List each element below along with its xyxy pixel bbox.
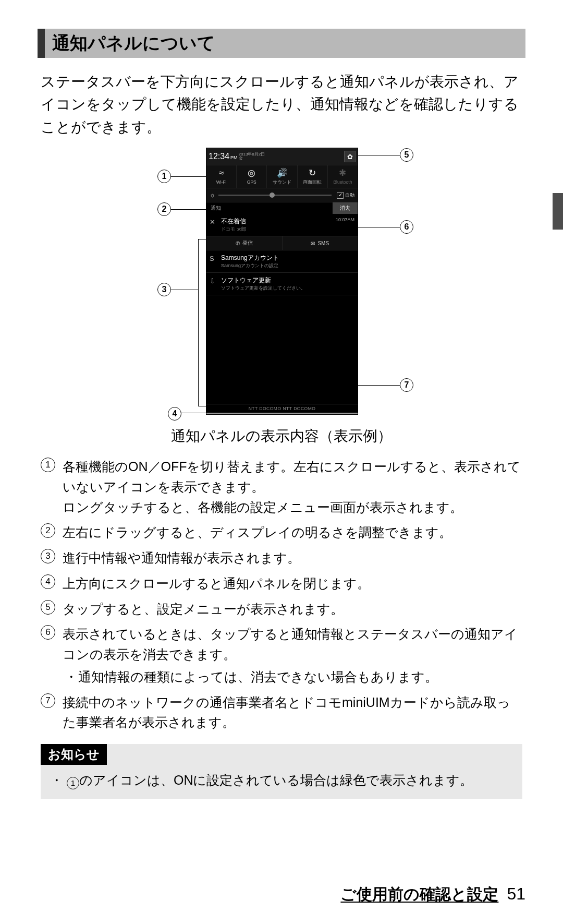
phone-screenshot: 12:34PM 2013年8月2日金 ✿ ≈Wi-Fi◎GPS🔊サウンド↻画面回… bbox=[206, 148, 358, 415]
quick-toggle-label: GPS bbox=[247, 179, 256, 185]
note-ref-number: 1 bbox=[67, 777, 79, 789]
brightness-slider[interactable] bbox=[218, 195, 332, 196]
quick-toggle-label: サウンド bbox=[273, 179, 291, 185]
page-number: 51 bbox=[507, 884, 525, 904]
notification-tab-label: 通知 bbox=[206, 202, 333, 214]
description-item-number: 2 bbox=[41, 523, 55, 538]
notification-title: ソフトウェア更新 bbox=[221, 276, 354, 285]
sms-icon: ✉ bbox=[311, 241, 315, 246]
rotate-icon: ↻ bbox=[298, 168, 327, 178]
description-item-subnote: 通知情報の種類によっては、消去できない場合もあります。 bbox=[63, 667, 522, 687]
leader-line bbox=[198, 406, 206, 406]
notification-title: 不在着信 bbox=[221, 217, 354, 226]
section-header: 通知パネルについて bbox=[38, 29, 525, 58]
description-item-text: 進行中情報や通知情報が表示されます。 bbox=[63, 550, 300, 565]
samsung-icon: S bbox=[210, 255, 214, 262]
notification-action-label: SMS bbox=[317, 241, 329, 246]
leader-line bbox=[358, 385, 400, 386]
footer-section: ご使用前の確認と設定 bbox=[340, 884, 498, 905]
quick-toggle-label: 画面回転 bbox=[303, 179, 322, 185]
notification-item[interactable]: ⇩ソフトウェア更新ソフトウェア更新を設定してください。 bbox=[206, 273, 358, 295]
leader-line bbox=[169, 176, 206, 177]
callout-4: 4 bbox=[168, 407, 181, 421]
description-item-number: 5 bbox=[41, 600, 55, 615]
note-label: お知らせ bbox=[41, 744, 107, 765]
leader-line bbox=[169, 209, 206, 210]
quick-toggle-label: Bluetooth bbox=[333, 179, 352, 185]
callout-2: 2 bbox=[157, 202, 171, 216]
leader-line bbox=[198, 239, 206, 239]
quick-toggle[interactable]: ≈Wi-Fi bbox=[206, 165, 237, 188]
notification-title: Samsungアカウント bbox=[221, 254, 354, 262]
checkbox-icon: ✓ bbox=[337, 192, 344, 199]
callout-5: 5 bbox=[400, 148, 413, 162]
notification-list: ✕不在着信ドコモ 太郎10:07AM✆発信✉SMSSSamsungアカウントSa… bbox=[206, 214, 358, 295]
notification-subtitle: Samsungアカウントの設定 bbox=[221, 262, 354, 269]
bluetooth-icon: ✱ bbox=[328, 168, 358, 178]
status-time: 12:34PM bbox=[209, 152, 238, 161]
callout-3: 3 bbox=[157, 283, 171, 296]
notification-action[interactable]: ✆発信 bbox=[206, 236, 283, 250]
description-item-number: 7 bbox=[41, 693, 55, 708]
status-bar: 12:34PM 2013年8月2日金 ✿ bbox=[206, 148, 358, 165]
leader-line bbox=[198, 239, 199, 406]
description-item-text: 左右にドラッグすると、ディスプレイの明るさを調整できます。 bbox=[63, 525, 452, 539]
callout-7: 7 bbox=[400, 378, 413, 392]
leader-line bbox=[358, 227, 400, 227]
quick-toggle[interactable]: ◎GPS bbox=[237, 165, 267, 188]
brightness-row[interactable]: ☼ ✓ 自動 bbox=[206, 188, 358, 202]
note-body: ・ 1のアイコンは、ONに設定されている場合は緑色で表示されます。 bbox=[41, 765, 522, 790]
callout-6: 6 bbox=[400, 220, 413, 234]
description-item-number: 4 bbox=[41, 574, 55, 589]
phone-icon: ✆ bbox=[236, 241, 240, 246]
description-list: 1各種機能のON／OFFを切り替えます。左右にスクロールすると、表示されていない… bbox=[38, 457, 525, 733]
notification-item[interactable]: ✕不在着信ドコモ 太郎10:07AM bbox=[206, 214, 358, 236]
section-title: 通知パネルについて bbox=[52, 31, 215, 55]
notification-action[interactable]: ✉SMS bbox=[283, 236, 358, 250]
description-item: 5タップすると、設定メニューが表示されます。 bbox=[41, 599, 522, 619]
quick-toggle-label: Wi-Fi bbox=[216, 179, 227, 185]
notification-action-row: ✆発信✉SMS bbox=[206, 236, 358, 250]
quick-toggle[interactable]: ✱Bluetooth bbox=[328, 165, 358, 188]
notification-subtitle: ソフトウェア更新を設定してください。 bbox=[221, 285, 354, 292]
brightness-auto-label: 自動 bbox=[345, 192, 354, 199]
description-item: 4上方向にスクロールすると通知パネルを閉じます。 bbox=[41, 573, 522, 594]
callout-1: 1 bbox=[157, 170, 171, 183]
quick-toggle[interactable]: 🔊サウンド bbox=[267, 165, 297, 188]
notification-panel-diagram: 12:34PM 2013年8月2日金 ✿ ≈Wi-Fi◎GPS🔊サウンド↻画面回… bbox=[99, 148, 464, 424]
carrier-label: NTT DOCOMO NTT DOCOMO bbox=[206, 404, 358, 413]
quick-toggle-row[interactable]: ≈Wi-Fi◎GPS🔊サウンド↻画面回転✱Bluetooth bbox=[206, 165, 358, 188]
leader-line bbox=[169, 290, 198, 290]
notification-action-label: 発信 bbox=[242, 239, 253, 247]
description-item-text: 各種機能のON／OFFを切り替えます。左右にスクロールすると、表示されていないア… bbox=[63, 459, 521, 514]
note-box: お知らせ ・ 1のアイコンは、ONに設定されている場合は緑色で表示されます。 bbox=[41, 744, 522, 799]
description-item: 6表示されているときは、タップすると通知情報とステータスバーの通知アイコンの表示… bbox=[41, 624, 522, 687]
sound-icon: 🔊 bbox=[267, 168, 297, 178]
notification-subtitle: ドコモ 太郎 bbox=[221, 226, 354, 233]
description-item: 1各種機能のON／OFFを切り替えます。左右にスクロールすると、表示されていない… bbox=[41, 457, 522, 517]
description-item-text: 表示されているときは、タップすると通知情報とステータスバーの通知アイコンの表示を… bbox=[63, 627, 518, 662]
notification-tab-row: 通知 消去 bbox=[206, 202, 358, 214]
wifi-icon: ≈ bbox=[206, 168, 236, 178]
notification-item[interactable]: SSamsungアカウントSamsungアカウントの設定 bbox=[206, 250, 358, 273]
description-item-text: 接続中のネットワークの通信事業者名とドコモminiUIMカードから読み取った事業… bbox=[63, 695, 510, 730]
clear-button[interactable]: 消去 bbox=[333, 202, 358, 214]
notification-timestamp: 10:07AM bbox=[336, 217, 354, 222]
quick-toggle[interactable]: ↻画面回転 bbox=[298, 165, 328, 188]
description-item: 2左右にドラッグすると、ディスプレイの明るさを調整できます。 bbox=[41, 522, 522, 543]
page-footer: ご使用前の確認と設定 51 bbox=[340, 884, 525, 905]
description-item-text: タップすると、設定メニューが表示されます。 bbox=[63, 602, 344, 616]
leader-line bbox=[358, 155, 400, 155]
brightness-auto[interactable]: ✓ 自動 bbox=[337, 192, 354, 199]
gear-icon[interactable]: ✿ bbox=[344, 151, 356, 162]
description-item: 7接続中のネットワークの通信事業者名とドコモminiUIMカードから読み取った事… bbox=[41, 692, 522, 733]
leader-line bbox=[266, 385, 358, 386]
diagram-caption: 通知パネルの表示内容（表示例） bbox=[38, 426, 525, 446]
leader-line bbox=[180, 413, 206, 413]
status-date: 2013年8月2日金 bbox=[239, 152, 265, 161]
panel-handle[interactable] bbox=[206, 413, 358, 414]
description-item-number: 6 bbox=[41, 625, 55, 640]
gps-icon: ◎ bbox=[237, 168, 266, 178]
page-thumb-tab bbox=[553, 193, 563, 230]
description-item-number: 1 bbox=[41, 458, 55, 472]
